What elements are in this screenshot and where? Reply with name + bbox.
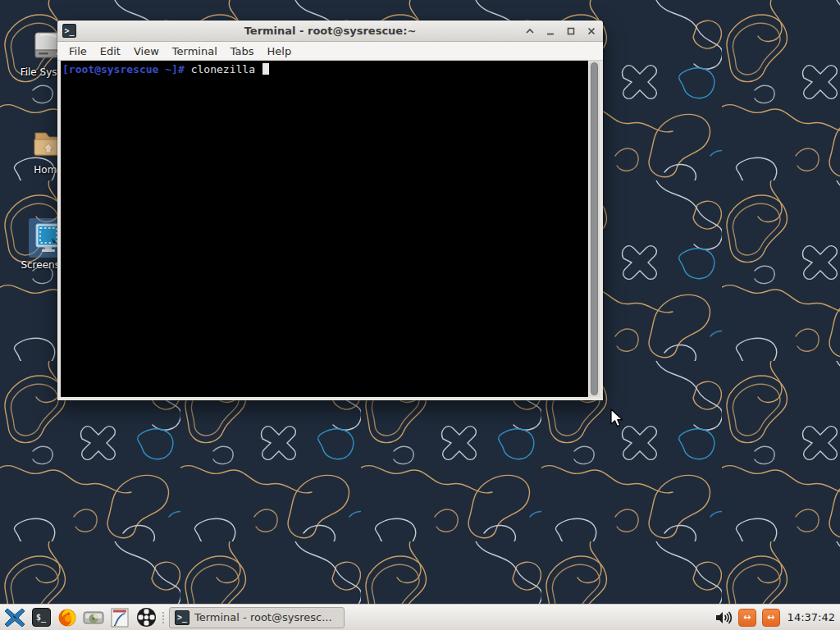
menu-edit[interactable]: Edit bbox=[94, 43, 127, 59]
app-wheel-launcher-button[interactable] bbox=[135, 606, 158, 629]
taskbar: $_ bbox=[0, 604, 840, 630]
scrollbar-thumb[interactable] bbox=[591, 62, 598, 395]
terminal-cursor bbox=[262, 63, 269, 75]
shade-button[interactable] bbox=[523, 25, 536, 38]
typed-command: clonezilla bbox=[191, 63, 255, 75]
systemrescue-x-icon bbox=[4, 607, 25, 628]
featherpad-icon bbox=[110, 607, 130, 628]
panel-separator bbox=[160, 608, 167, 628]
minimize-button[interactable] bbox=[544, 25, 557, 38]
menu-file[interactable]: File bbox=[62, 43, 94, 59]
network-tray-button-2[interactable]: ↔ bbox=[761, 608, 781, 628]
terminal-window: >_ Terminal - root@sysrescue:~ File Edit bbox=[57, 21, 603, 400]
window-title: Terminal - root@sysrescue:~ bbox=[57, 25, 603, 37]
terminal-screen[interactable]: [root@sysrescue ~]#clonezilla bbox=[61, 61, 588, 397]
menu-view[interactable]: View bbox=[127, 43, 166, 59]
terminal-menubar: File Edit View Terminal Tabs Help bbox=[57, 42, 603, 61]
gparted-launcher-button[interactable] bbox=[82, 606, 105, 629]
app-wheel-icon bbox=[136, 607, 157, 628]
gparted-icon bbox=[83, 608, 104, 628]
firefox-launcher-button[interactable] bbox=[56, 606, 79, 629]
desktop: File System Home Screenshot bbox=[0, 0, 840, 630]
menu-tabs[interactable]: Tabs bbox=[224, 43, 261, 59]
clock[interactable]: 14:37:42 bbox=[788, 611, 835, 623]
terminal-scrollbar[interactable] bbox=[589, 61, 600, 397]
terminal-launcher-button[interactable]: $_ bbox=[30, 606, 52, 629]
close-button[interactable] bbox=[585, 25, 598, 38]
window-titlebar[interactable]: >_ Terminal - root@sysrescue:~ bbox=[57, 21, 603, 42]
taskbar-window-button[interactable]: >_ Terminal - root@sysresc... bbox=[169, 607, 345, 628]
network-transfer-icon: ↔ bbox=[738, 609, 756, 627]
shell-prompt: [root@sysrescue ~]# bbox=[62, 63, 185, 75]
volume-tray-button[interactable] bbox=[714, 608, 733, 628]
systemrescue-menu-button[interactable] bbox=[3, 606, 26, 629]
terminal-window-icon: >_ bbox=[62, 24, 76, 38]
menu-terminal[interactable]: Terminal bbox=[166, 43, 224, 59]
firefox-icon bbox=[57, 608, 77, 628]
menu-help[interactable]: Help bbox=[261, 43, 299, 59]
network-tray-button-1[interactable]: ↔ bbox=[737, 608, 757, 628]
task-terminal-icon: >_ bbox=[175, 610, 189, 625]
task-button-label: Terminal - root@sysresc... bbox=[194, 611, 332, 623]
featherpad-launcher-button[interactable] bbox=[108, 606, 131, 629]
maximize-button[interactable] bbox=[564, 25, 578, 38]
speaker-icon bbox=[714, 609, 733, 626]
terminal-launcher-icon: $_ bbox=[32, 608, 51, 627]
network-transfer-icon: ↔ bbox=[762, 609, 780, 627]
